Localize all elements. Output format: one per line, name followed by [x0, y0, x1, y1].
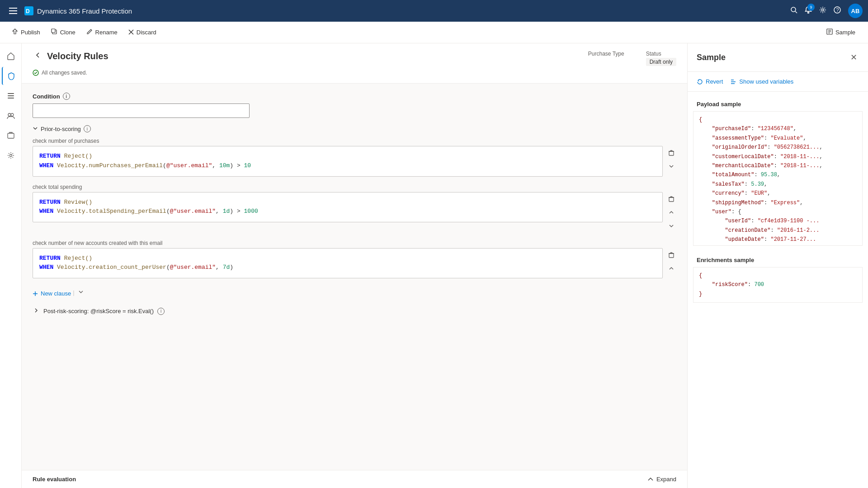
settings-icon[interactable] [819, 6, 826, 15]
svg-rect-12 [52, 29, 55, 33]
sidebar-item-shield[interactable] [2, 67, 20, 85]
left-sidebar [0, 43, 22, 488]
post-risk-info-icon[interactable]: i [157, 308, 165, 315]
svg-text:?: ? [836, 7, 839, 13]
status-value: Draft only [646, 58, 676, 66]
content-area: Velocity Rules Purchase Type Status Draf… [22, 43, 687, 488]
chevron-down-icon [33, 126, 38, 132]
status-label: Status [646, 51, 676, 57]
new-clause-dropdown[interactable] [76, 287, 85, 298]
back-button[interactable] [33, 51, 43, 61]
svg-rect-28 [669, 197, 674, 202]
sidebar-item-group[interactable] [2, 107, 20, 125]
clause-2-label: check total spending [33, 184, 676, 190]
sample-panel: Sample ✕ Revert Show used variables Payl… [687, 43, 868, 488]
clause-1-delete-button[interactable] [666, 148, 676, 160]
svg-point-23 [11, 113, 14, 116]
clause-3-label: check number of new accounts created wit… [33, 240, 676, 246]
sidebar-item-capture[interactable] [2, 127, 20, 145]
svg-rect-19 [8, 93, 14, 94]
top-navigation: D Dynamics 365 Fraud Protection 9 ? AB [0, 0, 868, 22]
sidebar-item-home[interactable] [2, 47, 20, 65]
clone-button[interactable]: Clone [47, 26, 80, 39]
new-clause-button[interactable]: New clause [33, 287, 71, 300]
user-avatar[interactable]: AB [848, 4, 863, 18]
sample-panel-title: Sample [697, 53, 726, 62]
nav-icons: 9 ? AB [790, 4, 863, 18]
app-title: Dynamics 365 Fraud Protection [37, 7, 132, 15]
condition-input[interactable] [33, 103, 250, 118]
payload-label: Payload sample [688, 97, 868, 111]
clause-3-editor[interactable]: RETURN Reject() WHEN Velocity.creation_c… [33, 248, 663, 279]
clause-1-move-down-button[interactable] [666, 161, 676, 173]
prior-scoring-info-icon[interactable]: i [84, 125, 91, 132]
notification-badge: 9 [807, 4, 815, 11]
clause-1: check number of purchases RETURN Reject(… [33, 138, 676, 177]
clause-1-label: check number of purchases [33, 138, 676, 144]
clause-2-editor[interactable]: RETURN Review() WHEN Velocity.totalSpend… [33, 192, 663, 223]
show-vars-button[interactable]: Show used variables [730, 76, 793, 87]
rule-eval-label: Rule evaluation [33, 476, 76, 483]
payload-json-viewer[interactable]: { "purchaseId": "123456748", "assessment… [693, 111, 863, 246]
svg-rect-2 [9, 13, 17, 14]
svg-point-8 [822, 9, 824, 11]
sidebar-item-list[interactable] [2, 87, 20, 105]
svg-point-26 [33, 70, 38, 75]
svg-point-25 [9, 155, 12, 157]
svg-rect-21 [8, 98, 14, 99]
sample-icon [826, 28, 833, 36]
svg-rect-0 [9, 8, 17, 9]
prior-scoring-section-header[interactable]: Prior-to-scoring i [33, 125, 676, 132]
action-toolbar: Publish Clone Rename Discard Sample [0, 22, 868, 43]
publish-icon [12, 28, 18, 36]
svg-point-7 [808, 12, 809, 14]
rename-button[interactable]: Rename [82, 26, 122, 39]
sample-panel-content: Payload sample { "purchaseId": "12345674… [688, 92, 868, 488]
discard-button[interactable]: Discard [124, 26, 161, 39]
sample-button[interactable]: Sample [821, 26, 861, 39]
clone-icon [51, 28, 57, 36]
enrichments-label: Enrichments sample [688, 253, 868, 267]
clause-2: check total spending RETURN Review() WHE… [33, 184, 676, 233]
clause-3-delete-button[interactable] [666, 250, 676, 262]
expand-button[interactable]: Expand [647, 476, 676, 483]
grid-menu[interactable] [5, 3, 21, 19]
svg-rect-29 [669, 253, 674, 258]
svg-rect-1 [9, 10, 17, 11]
notification-icon[interactable]: 9 [805, 6, 812, 15]
discard-icon [128, 29, 134, 36]
sidebar-item-settings[interactable] [2, 146, 20, 164]
revert-button[interactable]: Revert [697, 76, 723, 87]
rename-icon [86, 28, 93, 36]
page-title: Velocity Rules [47, 51, 108, 61]
clause-2-move-down-button[interactable] [666, 221, 676, 233]
clause-3-move-up-button[interactable] [666, 263, 676, 275]
svg-rect-24 [8, 133, 14, 138]
clause-2-move-up-button[interactable] [666, 207, 676, 219]
help-icon[interactable]: ? [834, 6, 841, 15]
svg-point-22 [8, 113, 11, 116]
clause-3: check number of new accounts created wit… [33, 240, 676, 279]
enrichments-json-viewer[interactable]: { "riskScore": 700 } [693, 267, 863, 303]
svg-rect-20 [8, 95, 14, 96]
search-icon[interactable] [790, 6, 797, 15]
condition-section: Condition i [33, 93, 676, 100]
post-risk-label: Post-risk-scoring: @riskScore = risk.Eva… [43, 308, 154, 314]
clause-1-editor[interactable]: RETURN Reject() WHEN Velocity.numPurchas… [33, 146, 663, 177]
app-logo: D Dynamics 365 Fraud Protection [24, 6, 787, 15]
svg-point-5 [791, 7, 796, 12]
saved-indicator: All changes saved. [33, 70, 676, 76]
svg-rect-27 [669, 151, 674, 155]
sample-panel-close-button[interactable]: ✕ [849, 51, 859, 64]
post-risk-section: Post-risk-scoring: @riskScore = risk.Eva… [33, 307, 676, 315]
page-header: Velocity Rules Purchase Type Status Draf… [22, 43, 687, 84]
rule-evaluation-bar: Rule evaluation Expand [22, 470, 687, 488]
post-risk-expand-button[interactable] [33, 307, 40, 315]
publish-button[interactable]: Publish [7, 26, 45, 39]
purchase-type-label: Purchase Type [588, 51, 624, 57]
condition-info-icon[interactable]: i [63, 93, 70, 100]
sample-panel-toolbar: Revert Show used variables [688, 72, 868, 92]
clause-2-delete-button[interactable] [666, 194, 676, 206]
rule-content: Condition i Prior-to-scoring i check num… [22, 84, 687, 470]
svg-line-6 [795, 11, 797, 13]
